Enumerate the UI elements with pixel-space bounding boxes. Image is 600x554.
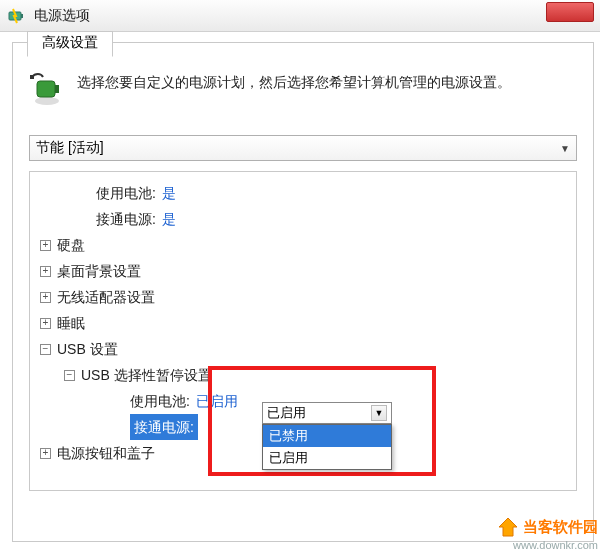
battery-icon — [6, 6, 26, 26]
tree-value-link[interactable]: 是 — [162, 180, 176, 206]
tree-value-link[interactable]: 已启用 — [196, 388, 238, 414]
dropdown-current: 已启用 — [267, 404, 306, 422]
plan-combobox-value: 节能 [活动] — [36, 139, 104, 157]
tree-label: 硬盘 — [57, 232, 85, 258]
tree-label: USB 设置 — [57, 336, 118, 362]
tree-label: 使用电池: — [130, 388, 190, 414]
svg-rect-3 — [37, 81, 55, 97]
collapse-icon[interactable]: − — [64, 370, 75, 381]
svg-rect-1 — [21, 14, 23, 18]
expand-icon[interactable]: + — [40, 266, 51, 277]
svg-marker-6 — [499, 518, 517, 536]
tree-label: 接通电源: — [96, 206, 156, 232]
window-title: 电源选项 — [34, 7, 90, 25]
settings-tree: 使用电池: 是 接通电源: 是 + 硬盘 + 桌面背景设置 + 无线适配器 — [29, 171, 577, 491]
chevron-down-icon: ▼ — [371, 405, 387, 421]
description-row: 选择您要自定义的电源计划，然后选择您希望计算机管理的电源设置。 — [23, 67, 583, 117]
tab-panel: 高级设置 选择您要自定义的电源计划，然后选择您希望计算机管理的电源设置。 节能 … — [12, 42, 594, 542]
tree-row-battery: 使用电池: 是 — [38, 180, 568, 206]
tree-label: 电源按钮和盖子 — [57, 440, 155, 466]
expand-icon[interactable]: + — [40, 292, 51, 303]
tab-advanced[interactable]: 高级设置 — [27, 31, 113, 57]
battery-large-icon — [29, 71, 65, 107]
expand-icon[interactable]: + — [40, 318, 51, 329]
tree-label: 无线适配器设置 — [57, 284, 155, 310]
tree-label-selected: 接通电源: — [130, 414, 198, 440]
tree-node-wireless[interactable]: + 无线适配器设置 — [38, 284, 568, 310]
collapse-icon[interactable]: − — [40, 344, 51, 355]
dropdown-option-enabled[interactable]: 已启用 — [263, 447, 391, 469]
watermark-logo-icon — [497, 516, 519, 538]
tree-row-ac: 接通电源: 是 — [38, 206, 568, 232]
svg-point-2 — [35, 97, 59, 105]
tree-label: 睡眠 — [57, 310, 85, 336]
tree-node-background[interactable]: + 桌面背景设置 — [38, 258, 568, 284]
tree-label: 使用电池: — [96, 180, 156, 206]
plan-combobox[interactable]: 节能 [活动] ▼ — [29, 135, 577, 161]
expand-icon[interactable]: + — [40, 448, 51, 459]
usb-ac-dropdown-list: 已禁用 已启用 — [262, 424, 392, 470]
description-text: 选择您要自定义的电源计划，然后选择您希望计算机管理的电源设置。 — [77, 71, 511, 93]
chevron-down-icon: ▼ — [560, 143, 570, 154]
tree-label: USB 选择性暂停设置 — [81, 362, 212, 388]
usb-ac-dropdown[interactable]: 已启用 ▼ — [262, 402, 392, 424]
close-button[interactable] — [546, 2, 594, 22]
tree-node-usb[interactable]: − USB 设置 — [38, 336, 568, 362]
tree-node-hdd[interactable]: + 硬盘 — [38, 232, 568, 258]
watermark-name: 当客软件园 — [523, 517, 598, 537]
tree-value-link[interactable]: 是 — [162, 206, 176, 232]
svg-rect-5 — [30, 75, 34, 79]
svg-rect-4 — [55, 85, 59, 93]
tree-label: 桌面背景设置 — [57, 258, 141, 284]
tree-node-usb-selective[interactable]: − USB 选择性暂停设置 — [38, 362, 568, 388]
titlebar: 电源选项 — [0, 0, 600, 32]
dropdown-option-disabled[interactable]: 已禁用 — [263, 425, 391, 447]
expand-icon[interactable]: + — [40, 240, 51, 251]
watermark: 当客软件园 www.downkr.com — [497, 516, 598, 552]
tree-node-sleep[interactable]: + 睡眠 — [38, 310, 568, 336]
watermark-url: www.downkr.com — [497, 538, 598, 552]
